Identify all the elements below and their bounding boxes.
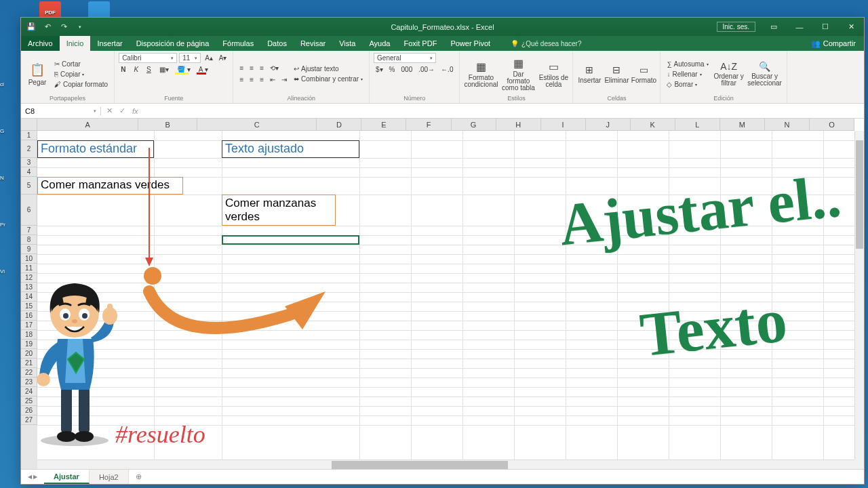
tab-datos[interactable]: Datos [260, 36, 294, 51]
currency-button[interactable]: $▾ [374, 65, 385, 74]
sheet-tab-2[interactable]: Hoja2 [90, 470, 129, 484]
align-right-button[interactable]: ≡ [258, 75, 266, 84]
cell-A5[interactable]: Comer manzanas verdes [37, 177, 183, 195]
increase-font-button[interactable]: A▴ [203, 53, 215, 63]
wrap-text-button[interactable]: ↩Ajustar texto [292, 64, 365, 73]
align-center-button[interactable]: ≡ [248, 75, 256, 84]
decrease-font-button[interactable]: A▾ [217, 53, 229, 63]
comma-button[interactable]: 000 [399, 65, 415, 74]
vertical-scrollbar[interactable] [854, 131, 864, 460]
italic-button[interactable]: K [132, 65, 140, 74]
enter-formula-icon[interactable]: ✓ [119, 106, 125, 115]
row-header-5[interactable]: 5 [21, 177, 37, 195]
align-top-button[interactable]: ≡ [237, 64, 245, 73]
col-header-C[interactable]: C [197, 119, 317, 131]
align-bottom-button[interactable]: ≡ [258, 64, 266, 73]
col-header-A[interactable]: A [37, 119, 138, 131]
tell-me-search[interactable]: 💡 ¿Qué desea hacer? [504, 36, 588, 51]
tab-foxit[interactable]: Foxit PDF [397, 36, 443, 51]
row-header-2[interactable]: 2 [21, 140, 37, 158]
row-header-1[interactable]: 1 [21, 131, 37, 140]
signin-button[interactable]: Inic. ses. [717, 22, 755, 32]
col-header-B[interactable]: B [138, 119, 197, 131]
decrease-decimal-button[interactable]: ←.0 [439, 65, 455, 74]
sheet-tab-active[interactable]: Ajustar [44, 470, 90, 484]
row-header-4[interactable]: 4 [21, 167, 37, 177]
delete-cells-button[interactable]: ⊟Eliminar [604, 53, 629, 95]
col-header-E[interactable]: E [361, 119, 406, 131]
underline-button[interactable]: S [144, 65, 153, 74]
conditional-format-button[interactable]: ▦Formato condicional [464, 53, 498, 95]
close-icon[interactable]: ✕ [840, 20, 863, 35]
save-icon[interactable]: 💾 [25, 21, 37, 33]
col-header-D[interactable]: D [317, 119, 361, 131]
maximize-icon[interactable]: ☐ [814, 20, 837, 35]
horizontal-scrollbar[interactable] [37, 460, 854, 469]
tab-formulas[interactable]: Fórmulas [216, 36, 260, 51]
col-header-K[interactable]: K [631, 119, 675, 131]
format-cells-button[interactable]: ▭Formato [631, 53, 656, 95]
paste-button[interactable]: 📋 Pegar [25, 53, 50, 95]
qat-dropdown-icon[interactable]: ▾ [74, 21, 86, 33]
tab-inicio[interactable]: Inicio [60, 36, 91, 51]
tab-vista[interactable]: Vista [332, 36, 362, 51]
row-header-7[interactable]: 7 [21, 226, 37, 235]
decrease-indent-button[interactable]: ⇤ [268, 75, 277, 84]
row-header-3[interactable]: 3 [21, 158, 37, 167]
row-header-8[interactable]: 8 [21, 235, 37, 245]
fx-icon[interactable]: fx [132, 107, 138, 115]
tab-ayuda[interactable]: Ayuda [362, 36, 397, 51]
share-button[interactable]: 👥 Compartir [803, 36, 864, 51]
fill-color-button[interactable]: 🪣▾ [175, 65, 193, 74]
cancel-formula-icon[interactable]: ✕ [106, 106, 113, 115]
orientation-button[interactable]: ⟲▾ [268, 64, 281, 73]
redo-icon[interactable]: ↷ [58, 21, 70, 33]
insert-cells-button[interactable]: ⊞Insertar [577, 53, 601, 95]
increase-indent-button[interactable]: ⇥ [279, 75, 289, 84]
increase-decimal-button[interactable]: .00→ [416, 65, 437, 74]
cell-styles-button[interactable]: ▭Estilos de celda [538, 53, 568, 95]
tab-file[interactable]: Archivo [21, 36, 60, 51]
select-all-button[interactable] [21, 119, 37, 131]
align-left-button[interactable]: ≡ [237, 75, 245, 84]
add-sheet-button[interactable]: ⊕ [129, 470, 149, 484]
clear-button[interactable]: ◇Borrar▾ [665, 80, 710, 89]
cell-A2[interactable]: Formato estándar [37, 140, 154, 158]
name-box[interactable]: C8▾ [21, 107, 101, 115]
tab-disposicion[interactable]: Disposición de página [130, 36, 216, 51]
active-cell-selector[interactable] [222, 235, 359, 245]
font-name-combo[interactable]: Calibri▾ [119, 53, 177, 63]
copy-button[interactable]: ⎘Copiar▾ [52, 70, 110, 79]
col-header-G[interactable]: G [452, 119, 496, 131]
number-format-combo[interactable]: General▾ [374, 53, 436, 63]
col-header-L[interactable]: L [675, 119, 720, 131]
cut-button[interactable]: ✂Cortar [52, 60, 110, 68]
merge-center-button[interactable]: ⬌Combinar y centrar▾ [292, 75, 365, 83]
sort-filter-button[interactable]: A↓ZOrdenar y filtrar [713, 53, 745, 95]
row-header-9[interactable]: 9 [21, 245, 37, 254]
bold-button[interactable]: N [119, 65, 127, 74]
col-header-M[interactable]: M [720, 119, 765, 131]
ribbon-options-icon[interactable]: ▭ [762, 20, 785, 35]
tab-revisar[interactable]: Revisar [294, 36, 332, 51]
font-size-combo[interactable]: 11▾ [179, 53, 201, 63]
sheet-nav-buttons[interactable]: ◀ ▶ [21, 470, 44, 484]
font-color-button[interactable]: A▾ [197, 65, 211, 74]
cell-C2[interactable]: Texto ajustado [222, 140, 359, 158]
undo-icon[interactable]: ↶ [41, 21, 54, 33]
autosum-button[interactable]: ∑Autosuma▾ [665, 60, 710, 68]
format-as-table-button[interactable]: ▦Dar formato como tabla [500, 53, 536, 95]
col-header-H[interactable]: H [496, 119, 541, 131]
border-button[interactable]: ▦▾ [157, 65, 171, 74]
align-middle-button[interactable]: ≡ [248, 64, 256, 73]
row-header-10[interactable]: 10 [21, 254, 37, 264]
format-painter-button[interactable]: 🖌Copiar formato [52, 80, 110, 89]
col-header-I[interactable]: I [541, 119, 586, 131]
find-select-button[interactable]: 🔍Buscar y seleccionar [747, 53, 783, 95]
minimize-icon[interactable]: — [788, 20, 811, 35]
col-header-F[interactable]: F [406, 119, 451, 131]
fill-button[interactable]: ↓Rellenar▾ [665, 70, 710, 79]
col-header-N[interactable]: N [765, 119, 810, 131]
row-header-6[interactable]: 6 [21, 195, 37, 226]
percent-button[interactable]: % [387, 65, 397, 74]
